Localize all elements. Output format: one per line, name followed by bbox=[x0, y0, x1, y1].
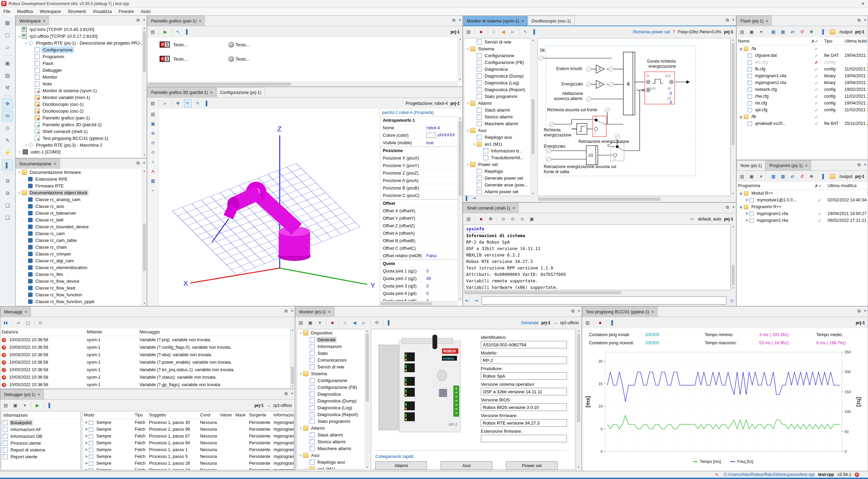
close-icon[interactable]: × bbox=[43, 19, 45, 23]
menu-strumenti[interactable]: Strumenti bbox=[64, 9, 89, 14]
tree-item[interactable]: Diagnostica bbox=[297, 391, 365, 397]
color-swatch[interactable] bbox=[426, 133, 436, 138]
tree-item[interactable]: ∨Allarmi bbox=[297, 425, 365, 431]
tree-item[interactable]: Configurazione bbox=[464, 52, 531, 59]
field-input[interactable] bbox=[481, 388, 567, 395]
hand-icon[interactable]: ✥ bbox=[808, 173, 815, 180]
help-book-icon[interactable]: ▌ bbox=[531, 28, 538, 36]
tree-item[interactable]: Configurazione (FB) bbox=[464, 59, 531, 66]
close-panel-icon[interactable]: × bbox=[143, 18, 145, 22]
property-row[interactable]: Offset X (offsetX) bbox=[380, 207, 458, 215]
refresh-icon[interactable]: ⟲ bbox=[373, 319, 380, 327]
close-panel-icon[interactable]: × bbox=[143, 161, 145, 165]
flash-row[interactable]: rhw.cfg✓config11/02/2021 14:44:00 bbox=[737, 93, 868, 100]
tree-item[interactable]: Firmware RTE bbox=[16, 182, 147, 189]
tree-item[interactable]: Classe rc_crimper bbox=[16, 250, 147, 257]
build-all-icon[interactable]: ▦ bbox=[770, 28, 777, 36]
property-row[interactable]: Offset A (offsetA) bbox=[380, 230, 458, 237]
column-header[interactable]: Ultima build bbox=[843, 39, 868, 44]
tree-item[interactable]: Classe rc_flow_function_pppb bbox=[16, 298, 147, 305]
tab-documentation[interactable]: Documentazione× bbox=[16, 159, 60, 169]
column-header[interactable]: Ultima modifica bbox=[826, 183, 868, 188]
search-icon[interactable]: ⊙ bbox=[37, 319, 44, 327]
tree-item[interactable]: Stato programmi bbox=[297, 418, 365, 425]
breakpoint-row[interactable]: >SempreFetchProcesso 1, passo 94NessunaP… bbox=[82, 440, 294, 446]
property-row[interactable]: Quota joint 1 (qj1)0 bbox=[380, 267, 458, 275]
tree-item[interactable]: Classe rc_bounded_device bbox=[16, 223, 147, 230]
move-view-icon[interactable]: ✥ bbox=[175, 100, 181, 107]
tree-item[interactable]: Configurazione bbox=[297, 377, 365, 384]
menu-aiuto[interactable]: Aiuto bbox=[137, 9, 154, 14]
tree-item[interactable]: Servizi di rete bbox=[297, 363, 365, 370]
field-input[interactable] bbox=[481, 403, 567, 411]
search-icon[interactable]: ⊙ bbox=[728, 297, 735, 304]
search-icon[interactable]: ⊙ bbox=[2, 123, 13, 134]
pointer-icon[interactable]: ↖ bbox=[184, 99, 192, 108]
play-icon[interactable]: ▶ bbox=[162, 28, 169, 36]
tree-item[interactable]: Stato programmi bbox=[464, 93, 531, 100]
close-icon[interactable]: × bbox=[199, 19, 201, 23]
tree-item[interactable]: Storico allarmi bbox=[297, 438, 365, 445]
help-book-icon[interactable]: ▌ bbox=[204, 100, 211, 107]
property-row[interactable]: Offset Z (offsetZ) bbox=[380, 222, 458, 230]
flash-row[interactable]: myprogram1.r4a✓binary19/04/2021 14:10:36… bbox=[737, 72, 868, 79]
property-row[interactable]: Offset C (offsetC) bbox=[380, 245, 458, 252]
property-row[interactable]: Posizione Y (posY) bbox=[380, 162, 458, 169]
blocks-icon[interactable]: ❖ bbox=[2, 98, 13, 109]
float-panel-icon[interactable]: ⧉ bbox=[284, 391, 288, 396]
pan1-hscroll[interactable] bbox=[147, 82, 458, 86]
column-header[interactable]: Nome bbox=[737, 39, 810, 44]
tree-item[interactable]: Trasduttore/Att... bbox=[464, 154, 531, 161]
property-row[interactable]: Quota joint 2 (qj2)45 bbox=[380, 275, 458, 282]
debugger-category[interactable]: Informazioni AF bbox=[1, 426, 80, 433]
float-panel-icon[interactable]: ⧉ bbox=[571, 309, 574, 313]
close-icon[interactable]: × bbox=[25, 310, 27, 314]
column-header[interactable]: Programma bbox=[737, 183, 813, 188]
tree-item[interactable]: Programmi bbox=[16, 53, 147, 60]
float-panel-icon[interactable]: ⧉ bbox=[857, 162, 861, 167]
close-icon[interactable]: × bbox=[210, 90, 213, 95]
close-icon[interactable]: × bbox=[766, 19, 768, 23]
help-book-icon[interactable]: ▌ bbox=[609, 319, 616, 327]
breakpoint-row[interactable]: >SempreFetchProcesso 1, passo 30NessunaP… bbox=[82, 419, 294, 426]
quicklink-power-set-button[interactable]: Power set bbox=[506, 461, 558, 470]
tree-item[interactable]: ∨Sistema bbox=[464, 45, 531, 52]
tree-item[interactable]: ∨Progetto RTE (prj-1) - Deescrizione del… bbox=[16, 39, 147, 46]
copy-icon[interactable]: ▣ bbox=[307, 319, 314, 327]
dropdown-icon[interactable]: ▾ bbox=[21, 402, 28, 409]
help-book-icon[interactable]: ▌ bbox=[184, 28, 191, 36]
flash-row[interactable]: myprogram2.r4a✓binary19/04/2021 14:10:36 bbox=[737, 79, 868, 86]
properties-hscroll[interactable] bbox=[380, 301, 458, 306]
back-icon[interactable]: ◀ bbox=[500, 28, 507, 36]
tab-workspace[interactable]: Workspace× bbox=[16, 16, 49, 26]
property-group[interactable]: Antropomorfo 1 bbox=[380, 116, 458, 124]
float-panel-icon[interactable]: ⧉ bbox=[726, 205, 729, 210]
forward-icon[interactable]: ▶ bbox=[509, 28, 516, 36]
tree-item[interactable]: Classe rc_chain bbox=[16, 244, 147, 250]
diagram-page-link[interactable]: Richiesta power set bbox=[633, 30, 670, 34]
column-header[interactable]: Mittente bbox=[85, 330, 138, 334]
package-icon[interactable]: ▦ bbox=[2, 17, 13, 28]
axes-icon[interactable]: ⟂ bbox=[150, 158, 157, 165]
property-row[interactable]: Quota joint 4 (qj4)0 bbox=[380, 290, 458, 297]
menu-visualizza[interactable]: Visualizza bbox=[89, 9, 115, 14]
breakpoint-row[interactable]: >SempreFetchProcesso 1, passo 5NessunaPe… bbox=[82, 453, 294, 460]
tree-item[interactable]: Informazioni b... bbox=[464, 147, 531, 154]
diagram-vscroll[interactable]: ▲▼ bbox=[731, 38, 735, 196]
properties-icon[interactable]: ▤ bbox=[297, 319, 304, 327]
property-group[interactable]: Quote bbox=[380, 260, 458, 267]
help-book-icon[interactable]: ▌ bbox=[820, 173, 827, 180]
edit-icon[interactable]: ✎ bbox=[194, 100, 201, 107]
close-icon[interactable]: × bbox=[805, 163, 807, 168]
tab-messages[interactable]: Messaggi× bbox=[0, 307, 31, 317]
hand-icon[interactable]: ✥ bbox=[487, 215, 494, 223]
build-icon[interactable]: ▦ bbox=[780, 173, 786, 180]
stop-icon[interactable]: ■ bbox=[478, 28, 485, 36]
flash-row[interactable]: ∨/fa✓ bbox=[737, 45, 868, 52]
tree-item[interactable]: Generale power set bbox=[464, 175, 531, 181]
close-panel-icon[interactable]: × bbox=[291, 309, 293, 313]
tree-item[interactable]: Pannello grafico (pan-1) bbox=[16, 114, 147, 121]
properties-icon[interactable]: ▤ bbox=[739, 28, 746, 36]
breakpoint-row[interactable]: >SempreFetchProcesso 1, passo 28NessunaP… bbox=[82, 460, 294, 467]
tree-item[interactable]: Debugger bbox=[16, 67, 147, 73]
